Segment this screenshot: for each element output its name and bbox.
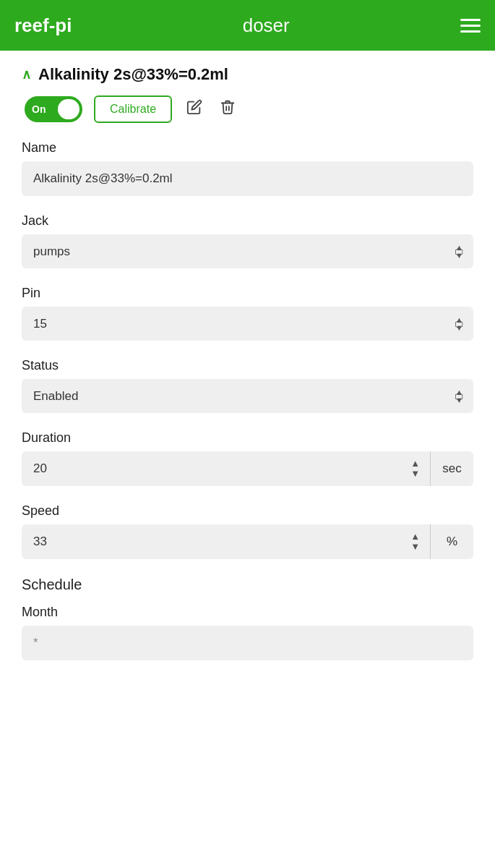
main-content: ∧ Alkalinity 2s@33%=0.2ml On Calibrate xyxy=(0,51,495,692)
pin-select[interactable]: 15 xyxy=(22,307,473,341)
month-label: Month xyxy=(22,605,473,620)
hamburger-line-2 xyxy=(460,25,481,27)
hamburger-line-1 xyxy=(460,19,481,21)
page-title: doser xyxy=(243,14,290,37)
chevron-up-icon[interactable]: ∧ xyxy=(22,67,31,82)
duration-row: ▲ ▼ sec xyxy=(22,451,473,486)
speed-input[interactable] xyxy=(22,524,430,559)
speed-input-wrapper: ▲ ▼ xyxy=(22,524,430,559)
power-toggle[interactable]: On xyxy=(25,96,82,122)
calibrate-button[interactable]: Calibrate xyxy=(94,95,172,123)
menu-button[interactable] xyxy=(460,19,481,33)
name-input[interactable] xyxy=(22,161,473,196)
toggle-knob xyxy=(58,99,79,119)
header: reef-pi doser xyxy=(0,0,495,51)
status-select[interactable]: Enabled Disabled xyxy=(22,379,473,413)
delete-icon xyxy=(220,99,236,115)
edit-icon xyxy=(186,99,202,115)
delete-button[interactable] xyxy=(217,96,238,122)
duration-label: Duration xyxy=(22,430,473,446)
speed-label: Speed xyxy=(22,503,473,519)
toggle-label: On xyxy=(32,103,46,115)
status-select-wrapper: Enabled Disabled ▲ ▼ xyxy=(22,379,473,413)
status-label: Status xyxy=(22,358,473,373)
section-header: ∧ Alkalinity 2s@33%=0.2ml xyxy=(22,65,473,84)
speed-row: ▲ ▼ % xyxy=(22,524,473,559)
schedule-section: Schedule Month xyxy=(22,576,473,660)
duration-input[interactable] xyxy=(22,451,430,486)
jack-select[interactable]: pumps xyxy=(22,234,473,268)
controls-row: On Calibrate xyxy=(22,95,473,123)
schedule-label: Schedule xyxy=(22,576,473,593)
jack-label: Jack xyxy=(22,213,473,229)
hamburger-line-3 xyxy=(460,30,481,33)
duration-input-wrapper: ▲ ▼ xyxy=(22,451,430,486)
speed-arrows[interactable]: ▲ ▼ xyxy=(410,532,420,553)
duration-field-group: Duration ▲ ▼ sec xyxy=(22,430,473,486)
app-name: reef-pi xyxy=(14,14,72,37)
jack-field-group: Jack pumps ▲ ▼ xyxy=(22,213,473,268)
duration-unit: sec xyxy=(430,451,473,486)
jack-select-wrapper: pumps ▲ ▼ xyxy=(22,234,473,268)
pin-label: Pin xyxy=(22,286,473,301)
month-input[interactable] xyxy=(22,626,473,660)
speed-unit: % xyxy=(430,524,473,559)
edit-button[interactable] xyxy=(184,96,205,122)
pin-field-group: Pin 15 ▲ ▼ xyxy=(22,286,473,341)
name-field-group: Name xyxy=(22,140,473,196)
name-label: Name xyxy=(22,140,473,156)
section-title: Alkalinity 2s@33%=0.2ml xyxy=(38,65,228,84)
pin-select-wrapper: 15 ▲ ▼ xyxy=(22,307,473,341)
speed-field-group: Speed ▲ ▼ % xyxy=(22,503,473,559)
duration-arrows[interactable]: ▲ ▼ xyxy=(410,459,420,480)
status-field-group: Status Enabled Disabled ▲ ▼ xyxy=(22,358,473,413)
